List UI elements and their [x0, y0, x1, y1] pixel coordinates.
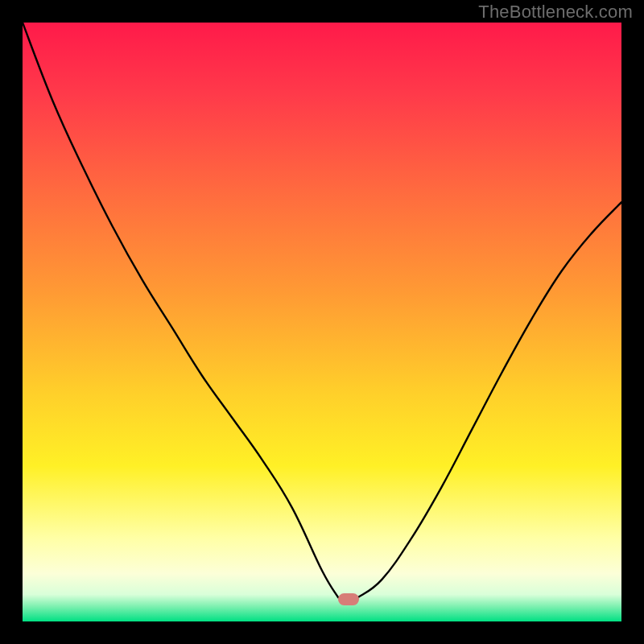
bottleneck-curve: [23, 23, 621, 621]
watermark-text: TheBottleneck.com: [478, 2, 633, 23]
optimal-marker: [338, 593, 359, 605]
plot-area: [23, 23, 621, 621]
chart-frame: TheBottleneck.com: [0, 0, 644, 644]
